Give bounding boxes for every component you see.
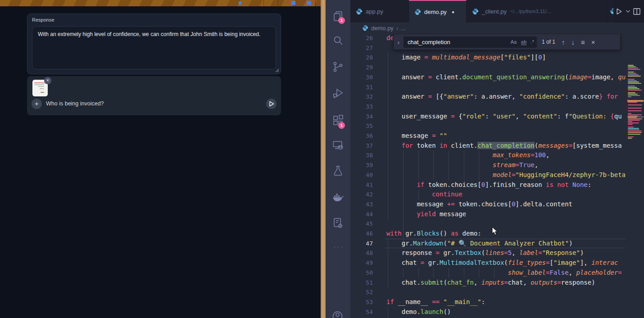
line-number: 38	[350, 150, 373, 160]
find-query-text[interactable]: chat_completion	[408, 39, 506, 45]
attachment-close-button[interactable]: ×	[44, 77, 51, 84]
code-line[interactable]: 34 user_message = {"role": "user", "cont…	[350, 112, 644, 122]
testing-flask-icon[interactable]	[332, 165, 344, 177]
remote-explorer-icon[interactable]	[332, 139, 344, 151]
next-match-button[interactable]: ↓	[571, 38, 575, 46]
line-number: 26	[350, 33, 373, 43]
line-number: 27	[350, 43, 373, 53]
tab-label: app.py	[366, 8, 383, 15]
code-line[interactable]: 48 response = gr.Textbox(lines=5, label=…	[350, 248, 644, 258]
extensions-badge: 1	[338, 122, 345, 129]
search-icon[interactable]	[332, 35, 344, 47]
run-dropdown-chevron-icon[interactable]	[626, 9, 630, 13]
gradio-app-window: Response With an extremely high level of…	[0, 0, 321, 318]
minimap-line	[628, 79, 635, 80]
code-line[interactable]: 37 for token in client.chat_completion(m…	[350, 141, 644, 151]
titlebar-favicon	[307, 1, 311, 5]
code-line[interactable]: 39 stream=True,	[350, 160, 644, 170]
more-actions-icon[interactable]: · · ·	[332, 243, 344, 255]
minimap[interactable]	[626, 33, 644, 318]
python-file-icon	[472, 8, 479, 15]
desktop-gap	[321, 0, 326, 318]
breadcrumb[interactable]: demo.py › ...	[350, 23, 644, 33]
breadcrumb-file[interactable]: demo.py	[371, 25, 394, 32]
minimap-line	[628, 92, 635, 93]
minimap-line	[628, 104, 642, 105]
code-line[interactable]: 49 chat = gr.MultimodalTextbox(file_type…	[350, 258, 644, 268]
minimap-line	[628, 68, 638, 68]
add-attachment-button[interactable]: +	[32, 99, 42, 109]
code-line[interactable]: 35	[350, 121, 644, 131]
code-line[interactable]: 43 message += token.choices[0].delta.con…	[350, 200, 644, 209]
breadcrumb-more[interactable]: ...	[401, 25, 406, 32]
regex-toggle[interactable]: .*	[531, 39, 534, 45]
code-line[interactable]: 36 message = ""	[350, 131, 644, 141]
minimap-line	[628, 88, 639, 89]
line-number: 46	[350, 229, 373, 239]
editor-actions	[613, 0, 644, 23]
code-line[interactable]: 54 demo.launch()	[350, 307, 644, 317]
minimap-line	[628, 110, 642, 111]
line-number: 28	[350, 53, 373, 63]
minimap-line	[628, 87, 637, 88]
tab-app-py[interactable]: app.py	[350, 0, 409, 23]
code-line[interactable]: 47 gr.Markdown("# 🔍 Document Analyzer Ch…	[350, 239, 644, 249]
minimap-line	[628, 96, 631, 97]
match-case-toggle[interactable]: Aa	[510, 39, 517, 45]
tab-client-py[interactable]: _client.py ~/.../python3.11/...	[467, 0, 607, 23]
tab-demo-py[interactable]: demo.py ●	[409, 0, 467, 23]
split-editor-button[interactable]	[633, 8, 640, 15]
line-number: 40	[350, 170, 373, 180]
titlebar-favicon	[291, 1, 295, 5]
code-line[interactable]: 53if __name__ == "__main__":	[350, 297, 644, 307]
line-number: 34	[350, 112, 373, 122]
account-icon[interactable]	[331, 311, 344, 318]
run-debug-icon[interactable]	[332, 87, 344, 99]
run-python-file-button[interactable]	[615, 8, 623, 15]
code-line[interactable]: 52	[350, 287, 644, 297]
minimap-line	[628, 66, 636, 67]
code-line[interactable]: 29	[350, 63, 644, 73]
code-line[interactable]: 28 image = multimodal_message["files"][0…	[350, 53, 644, 63]
previous-match-button[interactable]: ↑	[562, 38, 565, 46]
minimap-line	[628, 76, 641, 77]
task-runner-icon[interactable]	[332, 217, 344, 229]
activity-bar: 1 1	[326, 0, 350, 318]
whole-word-toggle[interactable]: ab	[521, 39, 527, 45]
close-find-button[interactable]: ×	[591, 38, 595, 46]
minimap-line	[628, 65, 634, 66]
modified-dot-icon[interactable]: ●	[452, 9, 454, 14]
find-in-selection-toggle[interactable]: ≡	[581, 38, 585, 46]
code-line[interactable]: 51 chat.submit(chat_fn, inputs=chat, out…	[350, 278, 644, 288]
minimap-line	[628, 136, 634, 137]
tab-bar: app.py demo.py ● _client.py ~/.../python…	[350, 0, 644, 23]
minimap-line	[628, 90, 642, 91]
code-line[interactable]: 33	[350, 102, 644, 112]
code-editor[interactable]: 26de2728 image = multimodal_message["fil…	[350, 33, 644, 318]
resize-handle-icon[interactable]	[275, 68, 279, 73]
code-line[interactable]: 40 model="HuggingFaceH4/zephyr-7b-beta	[350, 170, 644, 180]
python-file-icon	[362, 25, 368, 31]
code-line[interactable]: 41 if token.choices[0].finish_reason is …	[350, 180, 644, 190]
find-input[interactable]: chat_completion Aa ab .*	[404, 36, 537, 48]
code-line[interactable]: 50 show_label=False, placeholder=	[350, 268, 644, 278]
mouse-cursor	[492, 227, 499, 236]
source-control-icon[interactable]	[332, 61, 344, 73]
line-number: 42	[350, 190, 373, 200]
chat-message-input[interactable]: Who is being invoiced?	[46, 100, 104, 107]
response-panel: Response With an extremely high level of…	[27, 14, 281, 74]
code-line[interactable]: 44 yield message	[350, 209, 644, 219]
code-line[interactable]: 31	[350, 82, 644, 92]
tab-overflow-sliver[interactable]	[607, 0, 613, 23]
docker-icon[interactable]	[332, 191, 344, 203]
response-textarea[interactable]: With an extremely high level of confiden…	[32, 26, 276, 69]
code-line[interactable]: 32 answer = [{"answer": a.answer, "confi…	[350, 92, 644, 102]
code-line[interactable]: 38 max_tokens=100,	[350, 150, 644, 160]
python-file-icon	[414, 9, 421, 15]
send-button[interactable]	[266, 99, 277, 109]
toggle-replace-chevron-icon[interactable]: ›	[394, 38, 404, 46]
minimap-line	[628, 94, 638, 95]
line-number: 48	[350, 248, 373, 258]
code-line[interactable]: 42 continue	[350, 190, 644, 200]
code-line[interactable]: 30 answer = client.document_question_ans…	[350, 73, 644, 82]
